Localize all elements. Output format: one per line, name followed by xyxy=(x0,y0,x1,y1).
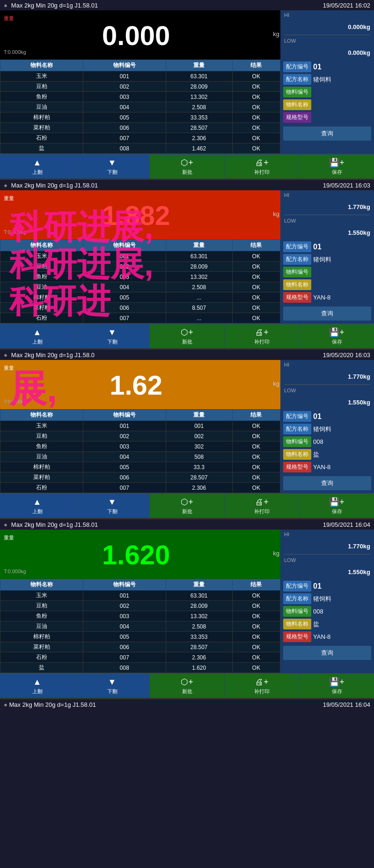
recipe-num-value-3: 01 xyxy=(313,412,371,421)
hi-label-4: HI xyxy=(284,531,370,537)
recipe-num-value-2: 01 xyxy=(313,243,371,251)
status-info-1: Max 2kg Min 20g d=1g J1.58.01 xyxy=(11,2,98,9)
reprint-btn-2[interactable]: 🖨+ 补打印 xyxy=(225,324,300,348)
reprint-btn-1[interactable]: 🖨+ 补打印 xyxy=(225,155,300,179)
data-table-1: 物料名称 物料编号 重量 结果 玉米00163.301OK豆粕00228.009… xyxy=(0,60,280,154)
weight-main-3: 重量 1.62 T:0.000kg kg HI 1.770kg LOW 1.55… xyxy=(0,360,374,409)
down-btn-2[interactable]: ▼ 下翻 xyxy=(75,324,150,348)
down-btn-4[interactable]: ▼ 下翻 xyxy=(75,674,150,698)
table-row: 石粉007...OK xyxy=(0,313,280,323)
query-button-2[interactable]: 查询 xyxy=(283,307,371,321)
up-btn-3[interactable]: ▲ 上翻 xyxy=(0,494,75,518)
spec-label-2: 规格型号 xyxy=(283,292,311,303)
status-indicator-1: ● xyxy=(4,2,7,9)
reprint-label-2: 补打印 xyxy=(254,338,270,345)
recipe-num-value-1: 01 xyxy=(313,63,371,71)
hi-value-1: 0.000kg xyxy=(284,20,370,32)
table-area-3: 物料名称 物料编号 重量 结果 玉米001001OK豆粕002002OK鱼粉00… xyxy=(0,409,374,493)
recipe-name-label-1: 配方名称 xyxy=(283,74,311,85)
save-label-4: 保存 xyxy=(332,688,342,695)
table-row: 豆油0042.508OK xyxy=(0,102,280,112)
status-left-4: ● Max 2kg Min 20g d=1g J1.58.01 xyxy=(4,521,98,528)
table-row: 豆粕00228.009OK xyxy=(0,262,280,272)
table-row: 鱼粉00313.302OK xyxy=(0,611,280,621)
weight-label-4: 重量 xyxy=(4,534,14,541)
recipe-name-value-1: 猪饲料 xyxy=(313,75,371,84)
material-num-row-3: 物料编号 008 xyxy=(283,436,371,447)
up-icon-4: ▲ xyxy=(33,677,42,687)
table-row: 菜籽粕00628.507OK xyxy=(0,472,280,483)
recipe-name-row-3: 配方名称 猪饲料 xyxy=(283,424,371,434)
save-icon-4: 💾+ xyxy=(329,677,345,687)
down-btn-3[interactable]: ▼ 下翻 xyxy=(75,494,150,518)
tare-3: T:0.000kg xyxy=(4,399,26,404)
table-row: 棉籽粕00533.3OK xyxy=(0,462,280,472)
table-row: 豆粕00228.009OK xyxy=(0,82,280,92)
spec-value-2: YAN-8 xyxy=(313,294,371,301)
weight-display-2: 重量 1.882 T:0.000kg xyxy=(0,190,272,239)
material-num-value-3: 008 xyxy=(313,438,371,445)
save-label-1: 保存 xyxy=(332,169,342,176)
recipe-name-value-2: 猪饲料 xyxy=(313,255,371,264)
new-batch-btn-3[interactable]: ⬡+ 新批 xyxy=(150,494,225,518)
hi-value-2: 1.770kg xyxy=(284,200,370,212)
status-indicator-3: ● xyxy=(4,352,7,359)
down-icon-4: ▼ xyxy=(108,677,117,687)
batch-label-4: 新批 xyxy=(182,688,192,695)
new-batch-btn-4[interactable]: ⬡+ 新批 xyxy=(150,674,225,698)
query-button-4[interactable]: 查询 xyxy=(283,646,371,660)
up-icon-1: ▲ xyxy=(33,158,42,168)
low-label-3: LOW xyxy=(284,388,370,393)
up-btn-2[interactable]: ▲ 上翻 xyxy=(0,324,75,348)
low-value-3: 1.550kg xyxy=(284,395,370,407)
batch-label-3: 新批 xyxy=(182,508,192,515)
save-btn-2[interactable]: 💾+ 保存 xyxy=(300,324,374,348)
low-value-4: 1.550kg xyxy=(284,565,370,577)
low-label-4: LOW xyxy=(284,557,370,563)
query-button-3[interactable]: 查询 xyxy=(283,476,371,490)
save-icon-3: 💾+ xyxy=(329,497,345,507)
hi-value-4: 1.770kg xyxy=(284,539,370,551)
status-info-4: Max 2kg Min 20g d=1g J1.58.01 xyxy=(11,521,98,528)
table-row: 鱼粉00313.302OK xyxy=(0,272,280,282)
table-row: 菜籽粕00628.507OK xyxy=(0,642,280,652)
info-panel-3: 配方编号 01 配方名称 猪饲料 物料编号 008 物料名称 盐 规格型号 YA… xyxy=(280,409,374,493)
save-btn-1[interactable]: 💾+ 保存 xyxy=(300,155,374,179)
save-btn-3[interactable]: 💾+ 保存 xyxy=(300,494,374,518)
action-bar-2: ▲ 上翻 ▼ 下翻 ⬡+ 新批 🖨+ 补打印 💾+ 保存 xyxy=(0,323,374,348)
material-num-label-1: 物料编号 xyxy=(283,87,311,97)
recipe-name-label-3: 配方名称 xyxy=(283,424,311,434)
material-num-label-4: 物料编号 xyxy=(283,606,311,617)
recipe-name-row-4: 配方名称 猪饲料 xyxy=(283,593,371,604)
recipe-num-label-1: 配方编号 xyxy=(283,61,311,72)
down-icon-2: ▼ xyxy=(108,328,117,337)
hi-unit-1: kg xyxy=(363,23,370,30)
spec-label-1: 规格型号 xyxy=(283,112,311,123)
reprint-label-1: 补打印 xyxy=(254,169,270,176)
material-num-row-1: 物料编号 xyxy=(283,87,371,97)
status-bar-3: ● Max 2kg Min 20g d=1g J1.58.0 19/05/202… xyxy=(0,350,374,360)
status-date-2: 19/05/2021 16:03 xyxy=(323,182,370,189)
low-value-2: 1.550kg xyxy=(284,225,370,238)
reprint-btn-3[interactable]: 🖨+ 补打印 xyxy=(225,494,300,518)
status-bar-4: ● Max 2kg Min 20g d=1g J1.58.01 19/05/20… xyxy=(0,519,374,530)
weight-unit-2: kg xyxy=(273,210,279,217)
bottom-right: 19/05/2021 16:04 xyxy=(323,701,370,708)
table-row: 棉籽粕005...OK xyxy=(0,292,280,303)
query-button-1[interactable]: 查询 xyxy=(283,127,371,141)
table-row: 菜籽粕0068.507OK xyxy=(0,303,280,313)
low-label-2: LOW xyxy=(284,218,370,224)
status-date-4: 19/05/2021 16:04 xyxy=(323,521,370,528)
batch-icon-2: ⬡+ xyxy=(181,327,193,337)
weight-display-1: 重量 0.000 T:0.000kg xyxy=(0,10,272,60)
down-btn-1[interactable]: ▼ 下翻 xyxy=(75,155,150,179)
save-btn-4[interactable]: 💾+ 保存 xyxy=(300,674,374,698)
hi-label-3: HI xyxy=(284,362,370,367)
up-btn-4[interactable]: ▲ 上翻 xyxy=(0,674,75,698)
new-batch-btn-2[interactable]: ⬡+ 新批 xyxy=(150,324,225,348)
new-batch-btn-1[interactable]: ⬡+ 新批 xyxy=(150,155,225,179)
up-btn-1[interactable]: ▲ 上翻 xyxy=(0,155,75,179)
reprint-btn-4[interactable]: 🖨+ 补打印 xyxy=(225,674,300,698)
tare-1: T:0.000kg xyxy=(4,49,26,55)
col-header-weight-4: 重量 xyxy=(166,579,232,591)
